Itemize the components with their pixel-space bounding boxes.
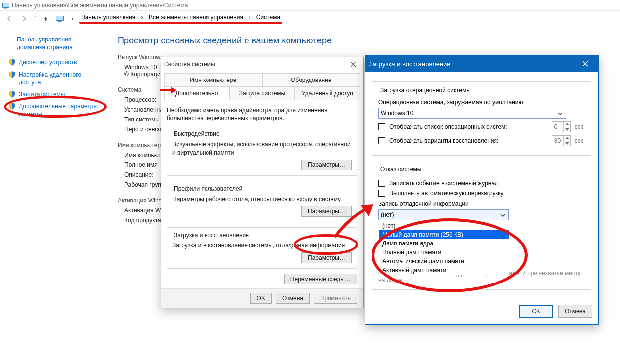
sidebar-home[interactable]: Панель управления — домашняя страница <box>17 36 104 51</box>
checkbox-show-os-list[interactable] <box>378 123 385 130</box>
chevron-down-icon <box>556 110 564 118</box>
tab-protection[interactable]: Защита системы <box>229 87 294 100</box>
crumb-all-items[interactable]: Все элементы панели управления <box>147 13 245 22</box>
label-sec: сек. <box>575 137 585 144</box>
nav-back[interactable] <box>4 13 15 24</box>
apply-button[interactable]: Применить <box>314 293 357 304</box>
label-dump-info: Запись отладочной информации <box>378 201 585 207</box>
dialog1-title: Свойства системы <box>164 61 215 68</box>
group-desc: Визуальные эффекты, использование процес… <box>172 140 352 156</box>
nav-up[interactable] <box>41 13 51 24</box>
label-show-recovery: Отображать варианты восстановления: <box>389 137 548 144</box>
cancel-button[interactable]: Отмена <box>276 293 310 304</box>
window-titlebar: Панель управления\Все элементы панели уп… <box>0 0 620 11</box>
tab-advanced[interactable]: Дополнительно <box>164 87 229 100</box>
env-vars-button[interactable]: Переменные среды… <box>284 274 357 284</box>
checkbox-write-event[interactable] <box>378 180 385 187</box>
dump-option-selected[interactable]: Малый дамп памяти (256 КВ) <box>379 230 509 239</box>
control-panel-icon <box>2 1 10 9</box>
sidebar: Панель управления — домашняя страница Ди… <box>0 27 109 230</box>
crumb-system[interactable]: Система <box>254 13 282 22</box>
shield-icon <box>8 90 16 98</box>
nav-forward[interactable] <box>19 13 30 24</box>
sidebar-item-label: Настройка удаленного доступа <box>19 71 104 86</box>
dump-value: (нет) <box>381 211 394 218</box>
svg-rect-2 <box>4 8 7 9</box>
default-os-value: Windows 10 <box>381 110 413 117</box>
page-title: Просмотр основных сведений о вашем компь… <box>118 36 614 46</box>
group-system-failure: Отказ системы Записать событие в системн… <box>372 161 591 290</box>
tab-hardware[interactable]: Оборудование <box>262 73 361 86</box>
sidebar-item-remote[interactable]: Настройка удаленного доступа <box>8 71 104 86</box>
dialog1-actions: OK Отмена Применить <box>161 288 363 308</box>
default-os-select[interactable]: Windows 10 <box>378 108 566 119</box>
group-user-profiles: Профили пользователей Параметры рабочего… <box>167 181 357 222</box>
shield-icon <box>8 58 16 66</box>
sidebar-item-label: Диспетчер устройств <box>19 58 77 66</box>
group-legend: Загрузка операционной системы <box>378 87 473 94</box>
dialog2-actions: OK Отмена <box>365 300 598 324</box>
dialog-system-properties: Свойства системы Имя компьютера Оборудов… <box>161 57 364 308</box>
sidebar-item-label: Защита системы <box>19 90 65 98</box>
close-icon[interactable] <box>346 59 360 70</box>
dialog2-titlebar[interactable]: Загрузка и восстановление <box>365 56 598 72</box>
dump-dropdown: (нет) Малый дамп памяти (256 КВ) Дамп па… <box>379 221 509 275</box>
address-bar: ˅ › Панель управления › Все элементы пан… <box>0 11 620 27</box>
window-title: Панель управления\Все элементы панели уп… <box>12 2 188 9</box>
svg-rect-4 <box>56 16 63 20</box>
dump-option[interactable]: Автоматический дамп памяти <box>379 257 509 266</box>
checkbox-show-recovery[interactable] <box>378 137 385 144</box>
profiles-params-button[interactable]: Параметры… <box>301 206 352 217</box>
tabs-row2: Дополнительно Защита системы Удаленный д… <box>164 87 360 100</box>
nav-recent-chevron[interactable]: ˅ <box>34 15 37 22</box>
ok-button[interactable]: OK <box>250 293 272 304</box>
tabs-row1: Имя компьютера Оборудование <box>164 73 360 87</box>
chevron-right-icon: › <box>139 13 145 22</box>
group-desc: Загрузка и восстановление системы, отлад… <box>172 242 352 249</box>
close-icon[interactable] <box>577 57 594 70</box>
sidebar-item-advanced-settings[interactable]: Дополнительные параметры системы <box>8 102 104 118</box>
shield-icon <box>8 102 16 110</box>
tab-computer-name[interactable]: Имя компьютера <box>164 73 262 86</box>
label-show-os-list: Отображать список операционных систем: <box>389 123 548 130</box>
group-startup-recovery: Загрузка и восстановление Загрузка и вос… <box>167 227 357 269</box>
admin-note: Необходимо иметь права администратора дл… <box>167 106 357 122</box>
chevron-down-icon <box>499 211 507 219</box>
group-title: Быстродействие <box>172 130 221 137</box>
dump-option[interactable]: Полный дамп памяти <box>379 248 509 257</box>
recovery-seconds-input[interactable]: 30 <box>552 135 571 146</box>
dump-option[interactable]: Дамп памяти ядра <box>379 239 509 248</box>
cancel-button[interactable]: Отмена <box>558 305 592 318</box>
shield-icon <box>8 71 16 79</box>
sidebar-home-line1: Панель управления — <box>17 36 79 43</box>
dialog-startup-recovery: Загрузка и восстановление Загрузка опера… <box>365 55 599 325</box>
monitor-icon <box>55 15 65 23</box>
dump-option[interactable]: (нет) <box>379 221 509 230</box>
sidebar-item-protection[interactable]: Защита системы <box>8 90 104 98</box>
svg-rect-1 <box>3 3 9 7</box>
sidebar-item-label: Дополнительные параметры системы <box>19 102 104 118</box>
dialog1-titlebar[interactable]: Свойства системы <box>161 57 363 71</box>
group-legend: Отказ системы <box>378 166 423 173</box>
startup-params-button[interactable]: Параметры… <box>301 252 352 263</box>
tab-remote[interactable]: Удаленный доступ <box>295 87 360 100</box>
label-default-os: Операционная система, загружаемая по умо… <box>378 99 585 106</box>
dump-select[interactable]: (нет) (нет) Малый дамп памяти (256 КВ) Д… <box>378 209 509 220</box>
dump-option[interactable]: Активный дамп памяти <box>379 266 509 275</box>
dialog2-title: Загрузка и восстановление <box>369 60 451 68</box>
label-sec: сек. <box>575 123 585 130</box>
checkbox-auto-restart[interactable] <box>378 190 385 197</box>
chevron-right-icon: › <box>247 13 252 22</box>
performance-params-button[interactable]: Параметры… <box>301 160 352 170</box>
group-os-boot: Загрузка операционной системы Операционн… <box>372 81 591 156</box>
group-desc: Параметры рабочего стола, относящиеся ко… <box>172 195 352 203</box>
ok-button[interactable]: OK <box>519 305 553 318</box>
os-list-seconds-input[interactable]: 0 <box>552 121 571 132</box>
svg-rect-5 <box>58 21 61 22</box>
crumb-control-panel[interactable]: Панель управления <box>79 13 137 22</box>
group-title: Загрузка и восстановление <box>172 232 250 239</box>
label-auto-restart: Выполнить автоматическую перезагрузку <box>389 190 504 197</box>
group-performance: Быстродействие Визуальные эффекты, испол… <box>167 126 357 175</box>
sidebar-item-device-manager[interactable]: Диспетчер устройств <box>8 58 104 66</box>
label-write-event: Записать событие в системный журнал <box>389 180 498 187</box>
